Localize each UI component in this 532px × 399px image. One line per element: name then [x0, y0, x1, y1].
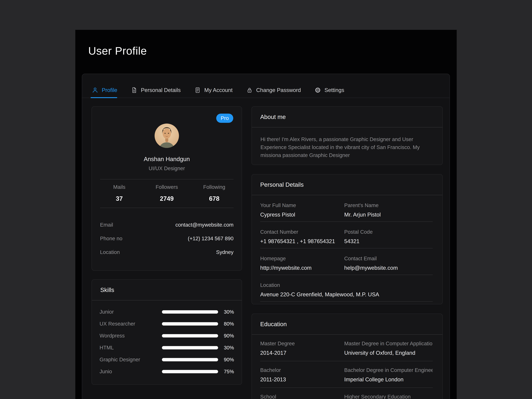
skill-label: HTML — [100, 345, 162, 351]
field-value: help@mywebsite.com — [344, 265, 433, 271]
tab-change-password[interactable]: Change Password — [246, 87, 301, 93]
page-content: User Profile Profile Personal Details M — [75, 30, 457, 399]
degree-years: 2014-2017 — [260, 350, 344, 356]
skill-progressbar — [162, 358, 218, 361]
stat-mails: Mails 37 — [95, 184, 143, 202]
degree-name: Higher Secondary Education — [344, 394, 433, 399]
field-label: Contact Number — [260, 229, 344, 235]
tab-settings-label: Settings — [324, 87, 344, 93]
profile-summary-card: Pro Anshan Handgun UI/UX De — [92, 106, 242, 271]
degree-label: Bachelor — [260, 367, 344, 373]
stat-followers: Followers 2749 — [143, 184, 190, 202]
active-tab-underline — [91, 97, 117, 98]
field-value: +1 987654321 , +1 987654321 — [260, 238, 344, 244]
lock-icon — [246, 87, 253, 93]
field-label: Postal Code — [344, 229, 433, 235]
profile-panel: Profile Personal Details My Account Chan… — [82, 74, 450, 399]
personal-details-card: Personal Details Your Full Name Cypress … — [252, 174, 443, 304]
contact-row-location: Location Sydney — [100, 249, 234, 255]
contact-value: contact@mywebsite.com — [176, 222, 234, 228]
avatar — [155, 124, 179, 148]
contact-row-email: Email contact@mywebsite.com — [100, 222, 234, 228]
skill-percent: 30% — [218, 309, 234, 315]
skill-label: UX Researcher — [100, 321, 162, 327]
gear-icon — [315, 87, 321, 93]
field-label: Location — [260, 282, 379, 288]
skill-percent: 80% — [218, 321, 234, 327]
stat-following: Following 678 — [190, 184, 238, 202]
degree-name: Bachelor Degree in Computer Engineering — [344, 367, 433, 373]
stat-value: 2749 — [143, 195, 190, 202]
skill-row: Junior 30% — [100, 306, 234, 318]
education-title: Education — [252, 314, 442, 335]
tab-profile[interactable]: Profile — [92, 87, 117, 93]
field-label: Your Full Name — [260, 202, 344, 208]
skill-progressbar — [162, 370, 218, 373]
education-row: School Higher Secondary Education — [260, 388, 433, 399]
skills-card-title: Skills — [92, 280, 242, 300]
about-me-title: About me — [252, 107, 442, 127]
degree-years: 2011-2013 — [260, 376, 344, 383]
degree-name: Master Degree in Computer Application — [344, 341, 433, 347]
skill-row: HTML 30% — [100, 342, 234, 354]
degree-label: School — [260, 394, 344, 399]
user-name: Anshan Handgun — [92, 156, 242, 162]
tab-personal-details[interactable]: Personal Details — [131, 87, 181, 93]
education-card: Education Master Degree 2014-2017 Master… — [252, 314, 443, 399]
stat-value: 678 — [190, 195, 238, 202]
field-value: Cypress Pistol — [260, 212, 344, 218]
field-label: Homepage — [260, 256, 344, 261]
field-value: Avenue 220-C Greenfield, Maplewood, M.P.… — [260, 291, 379, 298]
skill-row: UX Researcher 80% — [100, 318, 234, 330]
tab-my-account-label: My Account — [204, 87, 233, 93]
skill-progressbar — [162, 346, 218, 349]
tab-my-account[interactable]: My Account — [194, 87, 233, 93]
field-value: http://mywebsite.com — [260, 265, 344, 271]
user-icon — [92, 87, 98, 93]
skill-label: Junio — [100, 368, 162, 374]
field-value: 54321 — [344, 238, 433, 244]
document-icon — [131, 87, 137, 93]
stat-label: Mails — [95, 184, 143, 190]
contact-label: Phone no — [100, 235, 122, 241]
skill-progressbar — [162, 334, 218, 337]
contact-label: Email — [100, 222, 113, 228]
skill-row: Junio 75% — [100, 366, 234, 378]
personal-details-row: Contact Number +1 987654321 , +1 9876543… — [260, 222, 433, 248]
skill-progressbar — [162, 310, 218, 314]
page-title: User Profile — [88, 44, 457, 57]
skill-row: Wordpress 90% — [100, 330, 234, 342]
skill-label: Junior — [100, 309, 162, 315]
education-row: Bachelor 2011-2013 Bachelor Degree in Co… — [260, 361, 433, 388]
skill-percent: 30% — [218, 345, 234, 351]
tab-bar: Profile Personal Details My Account Chan… — [82, 74, 450, 93]
skill-label: Wordpress — [100, 333, 162, 339]
user-role: UI/UX Designer — [92, 165, 242, 171]
stat-label: Following — [190, 184, 238, 190]
personal-details-row: Your Full Name Cypress Pistol Parent's N… — [260, 195, 433, 222]
contact-row-phone: Phone no (+12) 1234 567 890 — [100, 235, 234, 241]
skill-label: Graphic Designer — [100, 357, 162, 363]
education-row: Master Degree 2014-2017 Master Degree in… — [260, 335, 433, 361]
stat-value: 37 — [95, 195, 143, 202]
personal-details-row: Homepage http://mywebsite.com Contact Em… — [260, 248, 433, 275]
stat-label: Followers — [143, 184, 190, 190]
skill-percent: 90% — [218, 357, 234, 363]
tab-settings[interactable]: Settings — [315, 87, 344, 93]
tab-change-password-label: Change Password — [256, 87, 301, 93]
degree-institution: Imperial College London — [344, 376, 433, 383]
personal-details-title: Personal Details — [252, 174, 442, 195]
tab-personal-details-label: Personal Details — [141, 87, 181, 93]
degree-institution: University of Oxford, England — [344, 350, 433, 356]
contact-value: (+12) 1234 567 890 — [188, 235, 234, 241]
contact-label: Location — [100, 249, 120, 255]
pro-badge: Pro — [216, 114, 233, 123]
contact-value: Sydney — [216, 249, 234, 255]
tab-divider — [82, 98, 450, 98]
stats-row: Mails 37 Followers 2749 Following 678 — [92, 179, 242, 208]
skill-row: Graphic Designer 90% — [100, 354, 234, 366]
field-value: Mr. Arjun Pistol — [344, 212, 433, 218]
skills-card: Skills Junior 30% UX Researcher 80% — [92, 279, 242, 385]
field-label: Parent's Name — [344, 202, 433, 208]
tab-profile-label: Profile — [102, 87, 117, 93]
